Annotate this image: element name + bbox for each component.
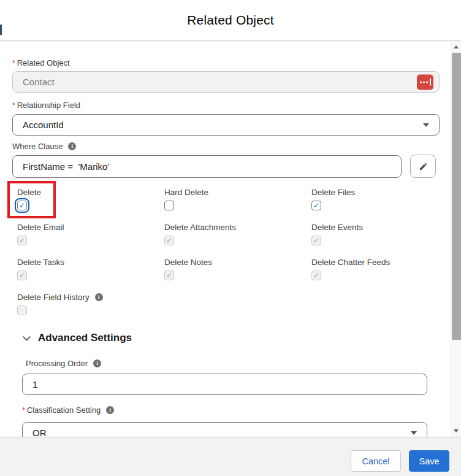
classification-setting-label: * Classification Setting i [22, 405, 114, 415]
delete-email-checkbox: ✓ [17, 236, 27, 245]
delete-checkbox[interactable]: ✓ [17, 201, 27, 210]
required-asterisk: * [22, 406, 25, 415]
chevron-down-icon [423, 123, 429, 127]
checkbox-field-delete-tasks: Delete Tasks ✓ [17, 258, 158, 280]
modal-footer: Cancel Save [0, 437, 461, 476]
contact-object-icon [417, 74, 433, 90]
check-icon: ✓ [313, 236, 319, 245]
checkbox-field-delete-files: Delete Files ✓ [311, 188, 451, 210]
checkbox-field-delete-field-history: Delete Field History i [17, 293, 158, 315]
modal-title: Related Object [187, 13, 274, 28]
checkbox-field-hard-delete: Hard Delete [164, 188, 305, 210]
scrollbar-thumb[interactable] [452, 53, 461, 340]
check-icon: ✓ [166, 271, 172, 280]
where-clause-input[interactable]: FirstName = 'Mariko' [12, 155, 402, 178]
classification-setting-select[interactable]: OR [22, 422, 427, 437]
chevron-down-icon [411, 431, 417, 435]
pencil-icon [419, 162, 428, 171]
delete-attachments-checkbox: ✓ [164, 236, 174, 245]
delete-chatter-feeds-checkbox: ✓ [311, 271, 321, 280]
delete-tasks-checkbox: ✓ [17, 271, 27, 280]
scroll-up-button[interactable] [451, 42, 461, 52]
save-button[interactable]: Save [409, 450, 449, 472]
delete-events-checkbox: ✓ [311, 236, 321, 245]
where-clause-label: Where Clause i [12, 142, 76, 151]
check-icon: ✓ [19, 236, 25, 245]
modal-header: Related Object [0, 0, 461, 41]
delete-files-checkbox[interactable]: ✓ [311, 201, 321, 210]
check-icon: ✓ [313, 201, 319, 210]
advanced-settings-toggle[interactable]: Advanced Settings [22, 332, 132, 344]
info-icon[interactable]: i [68, 142, 76, 150]
checkbox-field-delete-chatter-feeds: Delete Chatter Feeds ✓ [311, 258, 451, 280]
related-object-input: Contact [12, 71, 440, 93]
edit-where-clause-button[interactable] [410, 155, 436, 178]
checkbox-field-delete-notes: Delete Notes ✓ [164, 258, 305, 280]
triangle-up-icon [454, 45, 459, 48]
checkbox-field-delete-events: Delete Events ✓ [311, 223, 451, 245]
check-icon: ✓ [19, 201, 25, 210]
modal-body: * Related Object Contact * Relationship … [0, 42, 451, 437]
check-icon: ✓ [313, 271, 319, 280]
checkbox-field-delete-attachments: Delete Attachments ✓ [164, 223, 305, 245]
info-icon[interactable]: i [95, 293, 103, 301]
delete-field-history-checkbox [17, 305, 27, 315]
checkbox-field-delete-email: Delete Email ✓ [17, 223, 158, 245]
relationship-field-select[interactable]: AccountId [12, 114, 440, 136]
hard-delete-checkbox[interactable] [164, 201, 174, 210]
processing-order-label: Processing Order i [26, 359, 101, 368]
chevron-down-icon [22, 334, 31, 343]
check-icon: ✓ [19, 271, 25, 280]
related-object-modal: Related Object * Related Object Contact … [0, 0, 461, 476]
cancel-button[interactable]: Cancel [351, 450, 401, 472]
info-icon[interactable]: i [106, 406, 114, 414]
check-icon: ✓ [166, 236, 172, 245]
required-asterisk: * [12, 59, 15, 67]
related-object-label: * Related Object [12, 58, 70, 67]
background-page-sliver [0, 25, 2, 35]
scroll-down-button[interactable] [451, 426, 461, 436]
triangle-down-icon [454, 429, 459, 432]
processing-order-input[interactable]: 1 [22, 374, 427, 395]
info-icon[interactable]: i [93, 359, 101, 367]
delete-notes-checkbox: ✓ [164, 271, 174, 280]
checkbox-field-delete: Delete ✓ [17, 188, 158, 210]
relationship-field-label: * Relationship Field [12, 101, 80, 110]
vertical-scrollbar[interactable] [451, 42, 461, 437]
required-asterisk: * [12, 101, 15, 110]
